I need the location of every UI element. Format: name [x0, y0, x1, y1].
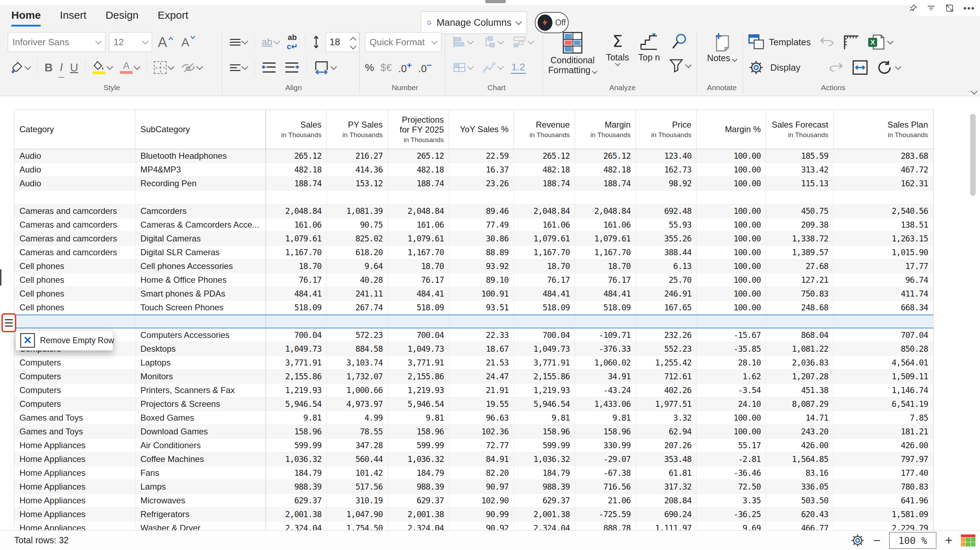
- cell-sales-forecast[interactable]: 127.21: [766, 273, 834, 287]
- table-row[interactable]: ComputersDesktops1,049.73884.581,049.731…: [14, 342, 933, 356]
- cell-sales[interactable]: 629.37: [266, 494, 327, 507]
- cell-revenue[interactable]: 5,946.54: [514, 397, 575, 411]
- copilot-toggle[interactable]: Off: [535, 12, 569, 33]
- cell-margin[interactable]: 100.00: [697, 425, 766, 439]
- cell-revenue[interactable]: 629.37: [514, 494, 575, 507]
- column-header-py-sales[interactable]: PY Salesin Thousands: [327, 110, 388, 149]
- cell-margin[interactable]: 1,433.06: [575, 397, 636, 411]
- cell-subcategory[interactable]: Bluetooth Headphones: [135, 149, 266, 163]
- cell-category[interactable]: Audio: [14, 177, 135, 190]
- manage-columns-button[interactable]: Manage Columns: [421, 11, 527, 34]
- cell-sales-plan[interactable]: 707.04: [834, 328, 933, 342]
- cell-sales[interactable]: 1,036.32: [266, 452, 327, 466]
- cell-subcategory[interactable]: Digital Cameras: [135, 232, 266, 246]
- cell-margin[interactable]: 1.62: [697, 370, 766, 384]
- cell-yoy-sales[interactable]: 90.92: [449, 521, 514, 530]
- cell-subcategory[interactable]: Boxed Games: [135, 411, 266, 425]
- cell-margin[interactable]: 9.69: [697, 521, 766, 530]
- cell-py-sales[interactable]: 1,047.90: [327, 507, 388, 521]
- cell-margin[interactable]: -29.07: [575, 452, 636, 466]
- cell-projections-for-fy-2025[interactable]: 629.37: [388, 494, 449, 507]
- cell-subcategory[interactable]: Touch Screen Phones: [135, 301, 266, 315]
- table-view-button[interactable]: [450, 58, 475, 78]
- cell-projections-for-fy-2025[interactable]: 158.96: [388, 425, 449, 439]
- cell-yoy-sales[interactable]: 84.91: [449, 452, 514, 466]
- cell-sales-plan[interactable]: 1,146.74: [834, 384, 933, 397]
- cell-yoy-sales[interactable]: 93.51: [449, 301, 514, 315]
- cell-projections-for-fy-2025[interactable]: 18.70: [388, 260, 449, 273]
- cell-projections-for-fy-2025[interactable]: 1,036.32: [388, 452, 449, 466]
- cell-margin[interactable]: 76.17: [575, 273, 636, 287]
- cell-sales-plan[interactable]: 7.85: [834, 411, 933, 425]
- cell-category[interactable]: Audio: [14, 149, 135, 163]
- cell-projections-for-fy-2025[interactable]: 1,049.73: [388, 342, 449, 356]
- cell-sales-plan[interactable]: 668.34: [834, 301, 933, 315]
- zoom-out-button[interactable]: −: [873, 534, 881, 547]
- cell-py-sales[interactable]: 884.58: [327, 342, 388, 356]
- refresh-button[interactable]: [877, 60, 900, 75]
- table-row[interactable]: Cell phonesHome & Office Phones76.1740.2…: [14, 273, 933, 287]
- table-row[interactable]: ComputersComputers Accessories700.04572.…: [14, 328, 933, 342]
- column-header-sales[interactable]: Salesin Thousands: [266, 110, 327, 149]
- cell-sales[interactable]: 2,001.38: [266, 507, 327, 521]
- cell-category[interactable]: Computers: [14, 370, 135, 384]
- cell-sales-plan[interactable]: 4,564.01: [834, 356, 933, 370]
- cell-sales-forecast[interactable]: 466.77: [766, 521, 834, 530]
- cell-yoy-sales[interactable]: 77.49: [449, 218, 514, 232]
- cell-projections-for-fy-2025[interactable]: 2,324.04: [388, 521, 449, 530]
- cell-margin[interactable]: 100.00: [697, 260, 766, 273]
- horizontal-align-button[interactable]: [228, 58, 249, 78]
- format-painter-button[interactable]: [8, 58, 32, 78]
- cell-revenue[interactable]: [514, 315, 575, 328]
- cell-sales-forecast[interactable]: 450.75: [766, 204, 834, 218]
- cell-sales-forecast[interactable]: 248.68: [766, 301, 834, 315]
- table-row[interactable]: Home AppliancesMicrowaves629.37310.19629…: [14, 494, 933, 507]
- cell-margin[interactable]: 28.10: [697, 356, 766, 370]
- collapse-ribbon-icon[interactable]: [971, 88, 977, 94]
- cell-margin[interactable]: 158.96: [575, 425, 636, 439]
- cell-category[interactable]: Home Appliances: [14, 466, 135, 480]
- vertical-align-button[interactable]: [228, 32, 249, 52]
- cell-projections-for-fy-2025[interactable]: 482.18: [388, 163, 449, 177]
- cell-projections-for-fy-2025[interactable]: 988.39: [388, 480, 449, 494]
- cell-price[interactable]: 388.44: [636, 246, 697, 260]
- cell-price[interactable]: [636, 190, 697, 204]
- cell-yoy-sales[interactable]: 22.33: [449, 328, 514, 342]
- borders-button[interactable]: [152, 58, 175, 78]
- cell-projections-for-fy-2025[interactable]: 76.17: [388, 273, 449, 287]
- cell-margin[interactable]: -3.54: [697, 384, 766, 397]
- cell-sales[interactable]: 161.06: [266, 218, 327, 232]
- cell-subcategory[interactable]: Recording Pen: [135, 177, 266, 190]
- shrink-font-button[interactable]: A: [179, 32, 198, 52]
- table-row[interactable]: Home AppliancesFans184.79101.42184.7982.…: [14, 466, 933, 480]
- cell-py-sales[interactable]: 216.27: [327, 149, 388, 163]
- cell-sales[interactable]: 2,324.04: [266, 521, 327, 530]
- cell-sales[interactable]: 18.70: [266, 260, 327, 273]
- cell-sales-forecast[interactable]: 27.68: [766, 260, 834, 273]
- cell-py-sales[interactable]: 4.99: [327, 411, 388, 425]
- cell-price[interactable]: 3.32: [636, 411, 697, 425]
- cell-revenue[interactable]: 518.09: [514, 301, 575, 315]
- cell-py-sales[interactable]: 40.28: [327, 273, 388, 287]
- remove-empty-row-popup[interactable]: ✕ Remove Empty Row: [16, 330, 113, 351]
- table-row[interactable]: Games and ToysDownload Games158.9678.551…: [14, 425, 933, 439]
- cell-revenue[interactable]: 18.70: [514, 260, 575, 273]
- conditional-formatting-button[interactable]: ConditionalFormatting: [548, 32, 597, 75]
- cell-margin[interactable]: -67.38: [575, 466, 636, 480]
- cell-subcategory[interactable]: Projectors & Screens: [135, 397, 266, 411]
- cell-margin[interactable]: 100.00: [697, 177, 766, 190]
- cell-sales-forecast[interactable]: 503.50: [766, 494, 834, 507]
- cell-revenue[interactable]: 599.99: [514, 439, 575, 452]
- decrease-indent-button[interactable]: [259, 58, 279, 78]
- cell-margin[interactable]: 100.00: [697, 246, 766, 260]
- cell-margin[interactable]: 330.99: [575, 439, 636, 452]
- cell-yoy-sales[interactable]: 93.92: [449, 260, 514, 273]
- cell-yoy-sales[interactable]: 23.26: [449, 177, 514, 190]
- cell-py-sales[interactable]: 90.75: [327, 218, 388, 232]
- cell-margin[interactable]: 3.35: [697, 494, 766, 507]
- cell-category[interactable]: Computers: [14, 397, 135, 411]
- cell-projections-for-fy-2025[interactable]: 1,167.70: [388, 246, 449, 260]
- cell-subcategory[interactable]: Cell phones Accessories: [135, 260, 266, 273]
- cell-subcategory[interactable]: [135, 315, 266, 328]
- drag-handle[interactable]: [485, 0, 506, 3]
